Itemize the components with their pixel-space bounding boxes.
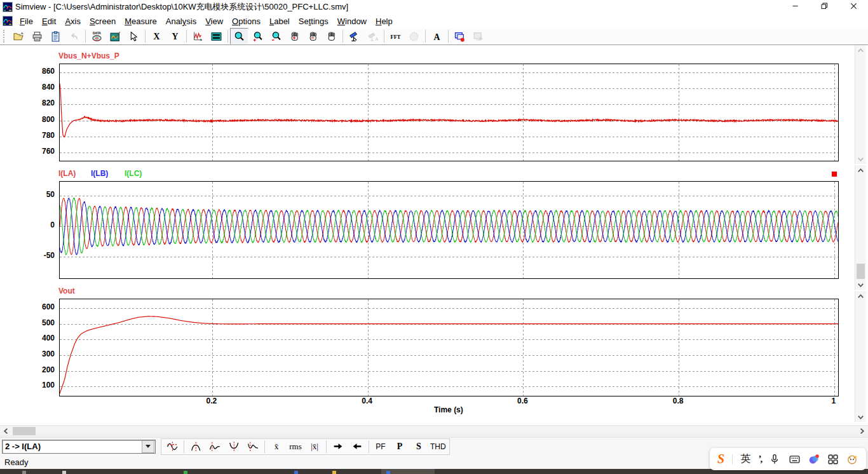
- x-axis-button[interactable]: X: [147, 28, 166, 44]
- restore-button[interactable]: [810, 0, 839, 14]
- menu-view[interactable]: View: [201, 15, 227, 27]
- apparent-power-button[interactable]: S: [409, 440, 428, 454]
- scroll-right-icon[interactable]: [857, 426, 867, 436]
- lang-english-toggle[interactable]: 英: [740, 452, 750, 467]
- local-min-button[interactable]: [243, 440, 262, 454]
- scroll-down-icon[interactable]: [855, 280, 866, 290]
- soft-keyboard-button[interactable]: [789, 452, 801, 467]
- arrow-right-icon: [332, 441, 344, 452]
- global-min-button[interactable]: [224, 440, 243, 454]
- menu-help[interactable]: Help: [371, 15, 397, 27]
- measure-button[interactable]: [345, 28, 363, 44]
- menu-edit[interactable]: Edit: [37, 15, 60, 27]
- y-tick-label: 800: [32, 115, 55, 124]
- sogou-logo-icon: S: [717, 452, 724, 466]
- fft-button[interactable]: FFT: [386, 28, 405, 44]
- text-label-button[interactable]: A: [428, 28, 446, 44]
- svg-text:Y: Y: [172, 32, 179, 41]
- scroll-up-icon[interactable]: [855, 291, 866, 301]
- curve-select-combo[interactable]: 2 -> I(LA): [2, 440, 156, 454]
- probe-icon: [349, 31, 360, 42]
- copy-to-clipboard-button[interactable]: [46, 28, 65, 44]
- y-tick-label: 820: [32, 98, 55, 107]
- zoom-in-button[interactable]: [248, 28, 267, 44]
- scroll-down-icon[interactable]: [855, 412, 866, 422]
- menu-options[interactable]: Options: [227, 15, 265, 27]
- print-button[interactable]: [28, 28, 46, 44]
- measure-cursor-button[interactable]: [163, 440, 182, 454]
- minimize-button[interactable]: [780, 0, 810, 14]
- rescale-button[interactable]: [189, 28, 207, 44]
- emoji-icon: [846, 454, 858, 465]
- plot-canvas-iabc[interactable]: [59, 181, 839, 279]
- menu-analysis[interactable]: Analysis: [161, 15, 201, 27]
- taskbar-icon-fragment: [22, 471, 26, 474]
- scroll-left-icon[interactable]: [1, 426, 11, 436]
- menu-screen[interactable]: Screen: [85, 15, 120, 27]
- export-icon: [473, 31, 484, 42]
- taskbar-icon-fragment: [386, 471, 390, 474]
- horizontal-scrollbar[interactable]: [0, 425, 868, 437]
- scroll-up-icon[interactable]: [855, 165, 866, 175]
- power-factor-button[interactable]: PF: [371, 440, 390, 454]
- emoji-button[interactable]: [846, 452, 858, 467]
- zoom-button[interactable]: [230, 28, 248, 44]
- x-axis-title: Time (s): [434, 405, 463, 414]
- vertical-scroll-thumb[interactable]: [857, 264, 865, 279]
- clipboard-icon: [50, 31, 61, 42]
- menu-bar: FileEditAxisScreenMeasureAnalysisViewOpt…: [0, 14, 868, 28]
- add-curve-button[interactable]: [106, 28, 125, 44]
- vertical-scrollbar-3[interactable]: [855, 291, 866, 422]
- next-point-button[interactable]: [329, 440, 348, 454]
- real-power-button[interactable]: P: [390, 440, 409, 454]
- snapshot-button[interactable]: [451, 28, 469, 44]
- zoom-out-button[interactable]: [267, 28, 285, 44]
- open-button[interactable]: [10, 28, 28, 44]
- measure-label-button: A: [363, 28, 382, 44]
- curve-label-ilb: I(LB): [91, 169, 108, 178]
- soft-keyboard-icon: [789, 454, 801, 465]
- plot-canvas-vout[interactable]: [59, 299, 839, 396]
- app-icon: [3, 2, 13, 12]
- x-tick-label: 0.2: [202, 396, 221, 405]
- menu-label[interactable]: Label: [265, 15, 294, 27]
- skin-center-button[interactable]: [808, 452, 820, 467]
- minimize-icon: [791, 1, 799, 13]
- menu-settings[interactable]: Settings: [294, 15, 333, 27]
- taskbar-icon-fragment: [184, 471, 187, 474]
- add-screen-button[interactable]: [207, 28, 226, 44]
- y-axis-button[interactable]: Y: [166, 28, 184, 44]
- menu-measure[interactable]: Measure: [120, 15, 161, 27]
- y-tick-label: 200: [32, 365, 55, 374]
- local-max-button[interactable]: [205, 440, 224, 454]
- view-data-button[interactable]: DATA: [88, 28, 106, 44]
- thd-button[interactable]: THD: [428, 440, 448, 454]
- scroll-up-icon[interactable]: [855, 45, 866, 55]
- x-tick-label: 1: [824, 396, 843, 405]
- pan-button[interactable]: [322, 28, 341, 44]
- select-curve-button[interactable]: [125, 28, 143, 44]
- shrink-screen-button[interactable]: [304, 28, 322, 44]
- vertical-scrollbar-1[interactable]: [855, 45, 866, 164]
- combo-dropdown-button[interactable]: [142, 440, 154, 453]
- menu-axis[interactable]: Axis: [60, 15, 85, 27]
- menu-window[interactable]: Window: [333, 15, 371, 27]
- voice-input-button[interactable]: [769, 452, 780, 467]
- punctuation-toggle[interactable]: ’,: [759, 452, 762, 467]
- toolbox-button[interactable]: [827, 452, 839, 467]
- rms-button[interactable]: rms: [286, 440, 305, 454]
- plot-canvas-vbus[interactable]: [59, 64, 839, 161]
- abs-mean-button[interactable]: |x̄|: [305, 440, 324, 454]
- mean-button[interactable]: x̄: [267, 440, 286, 454]
- prev-point-button[interactable]: [348, 440, 367, 454]
- scroll-down-icon[interactable]: [855, 154, 866, 164]
- menu-file[interactable]: File: [15, 15, 37, 27]
- close-button[interactable]: [839, 0, 868, 14]
- vertical-scrollbar-2[interactable]: [855, 165, 866, 290]
- enlarge-screen-button[interactable]: [285, 28, 304, 44]
- sogou-logo[interactable]: S: [717, 452, 724, 467]
- global-max-button[interactable]: [186, 440, 205, 454]
- y-tick-label: -50: [32, 251, 55, 260]
- horizontal-scroll-thumb[interactable]: [13, 427, 36, 435]
- svg-text:FFT: FFT: [390, 34, 400, 40]
